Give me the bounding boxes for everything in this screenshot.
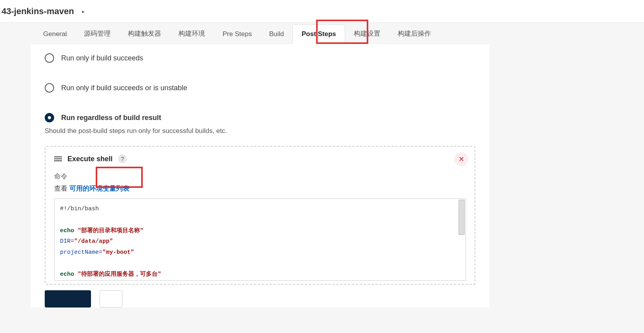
tab-post-build-actions[interactable]: 构建后操作 [389, 24, 440, 44]
code-token-var: projectName [60, 249, 99, 256]
step-header: Execute shell ? [54, 155, 466, 163]
tab-post-steps[interactable]: Post Steps [293, 24, 345, 44]
radio-label: Run only if build succeeds [61, 54, 143, 62]
breadcrumb-bar: 43-jenkins-maven ▸ [0, 0, 644, 23]
tab-general[interactable]: General [35, 25, 75, 44]
delete-step-button[interactable]: ✕ [454, 152, 468, 166]
secondary-button[interactable] [100, 290, 122, 308]
radio-help-text: Should the post-build steps run only for… [45, 127, 475, 135]
execute-shell-step: Execute shell ? ✕ 命令 查看 可用的环境变量列表 #!/bin… [45, 146, 475, 285]
footer-button-row [31, 289, 489, 308]
primary-button[interactable] [45, 290, 91, 308]
drag-handle-icon[interactable] [54, 156, 62, 161]
command-field-label: 命令 [54, 172, 466, 181]
radio-input[interactable] [45, 53, 54, 63]
code-token-op: = [99, 249, 102, 256]
code-token-var: DIR [60, 238, 71, 245]
code-token-op: = [71, 238, 74, 245]
tab-build-triggers[interactable]: 构建触发器 [119, 24, 170, 44]
tab-build[interactable]: Build [260, 25, 293, 44]
config-tabs: General 源码管理 构建触发器 构建环境 Pre Steps Build … [31, 23, 489, 44]
post-steps-section: Run only if build succeeds Run only if b… [31, 44, 489, 289]
shell-command-textarea[interactable]: #!/bin/bash echo "部署的目录和项目名称" DIR="/data… [54, 198, 466, 281]
shell-code[interactable]: #!/bin/bash echo "部署的目录和项目名称" DIR="/data… [55, 199, 466, 281]
radio-input[interactable] [45, 113, 54, 122]
code-token-string: "部署的目录和项目名称" [78, 227, 144, 234]
code-token-string: "/data/app" [74, 238, 113, 245]
code-token-string: "待部署的应用服务器，可多台" [78, 271, 161, 278]
env-vars-link-row: 查看 可用的环境变量列表 [54, 184, 466, 193]
tab-build-env[interactable]: 构建环境 [170, 24, 214, 44]
radio-run-succeeds-or-unstable[interactable]: Run only if build succeeds or is unstabl… [45, 83, 475, 93]
textarea-scrollbar[interactable] [458, 200, 465, 235]
tab-pre-steps[interactable]: Pre Steps [214, 25, 260, 44]
config-panel: General 源码管理 构建触发器 构建环境 Pre Steps Build … [31, 23, 489, 308]
tab-build-settings[interactable]: 构建设置 [345, 24, 389, 44]
tab-scm[interactable]: 源码管理 [75, 24, 119, 44]
step-title: Execute shell [67, 155, 113, 163]
radio-run-regardless[interactable]: Run regardless of build result [45, 113, 475, 122]
code-token-echo: echo [60, 227, 74, 234]
radio-label: Run regardless of build result [61, 114, 161, 122]
radio-input[interactable] [45, 83, 54, 93]
radio-run-only-succeeds[interactable]: Run only if build succeeds [45, 53, 475, 63]
code-token-echo: echo [60, 271, 74, 278]
step-help-button[interactable]: ? [118, 155, 127, 163]
env-vars-link[interactable]: 可用的环境变量列表 [69, 185, 129, 192]
breadcrumb-chevron-right-icon[interactable]: ▸ [82, 8, 85, 15]
code-line: #!/bin/bash [60, 206, 99, 212]
link-prefix-text: 查看 [54, 185, 69, 192]
radio-label: Run only if build succeeds or is unstabl… [61, 84, 187, 92]
code-token-string: "my-boot" [102, 249, 134, 256]
breadcrumb-job-name[interactable]: 43-jenkins-maven [2, 6, 74, 16]
